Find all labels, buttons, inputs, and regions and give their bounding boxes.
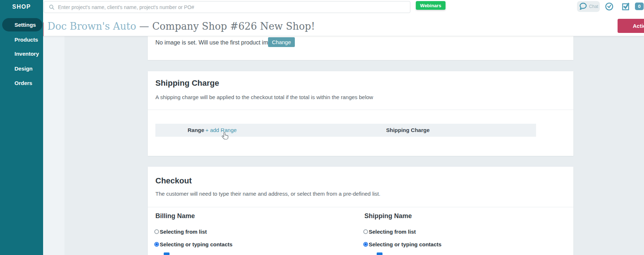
billing-radio-selecting-from-list[interactable]: Selecting from list: [154, 229, 207, 234]
radio-label: Selecting from list: [160, 229, 207, 235]
sidebar: SHOP Settings Products Inventory Design …: [0, 0, 43, 255]
radio-label: Selecting or typing contacts: [369, 241, 442, 247]
shipping-charge-subtitle: A shipping charge will be applied to the…: [155, 94, 373, 100]
shipping-charge-title: Shipping Charge: [155, 78, 219, 88]
radio-label: Selecting or typing contacts: [160, 241, 233, 247]
scrollbar-track: [43, 36, 64, 255]
notifications-badge[interactable]: 0: [635, 3, 644, 10]
divider: [148, 207, 573, 207]
shipping-radio-selecting-from-list[interactable]: Selecting from list: [363, 229, 416, 234]
radio-unchecked-icon: [363, 229, 368, 234]
billing-name-heading: Billing Name: [155, 212, 195, 220]
app-window: SHOP Settings Products Inventory Design …: [0, 0, 644, 255]
page-title-rest: — Company Shop #626 New Shop!: [139, 21, 315, 32]
checkout-subtitle: The customer will need to type their nam…: [155, 191, 380, 197]
shipping-name-column: Shipping Name Selecting from list Select…: [363, 211, 566, 255]
shipping-radio-selecting-or-typing[interactable]: Selecting or typing contacts: [363, 241, 442, 247]
sidebar-item-design[interactable]: Design: [0, 62, 43, 75]
main-content: No image is set. Will use the first prod…: [43, 36, 644, 255]
checkout-title: Checkout: [155, 176, 192, 186]
billing-partial-checkbox[interactable]: [164, 252, 170, 255]
radio-checked-icon: [363, 242, 368, 247]
radio-unchecked-icon: [154, 229, 159, 234]
sidebar-shop-title: SHOP: [0, 4, 43, 10]
search-input[interactable]: [58, 4, 410, 10]
no-image-text: No image is set. Will use the first prod…: [155, 39, 279, 46]
task-check-icon[interactable]: [622, 2, 630, 11]
page-title: Doc Brown's Auto — Company Shop #626 New…: [47, 21, 315, 32]
mouse-cursor: [221, 132, 230, 141]
sidebar-item-orders[interactable]: Orders: [0, 76, 43, 90]
clock-icon[interactable]: [605, 2, 614, 11]
shipping-charge-column-header: Shipping Charge: [386, 127, 430, 133]
page-header: Doc Brown's Auto — Company Shop #626 New…: [43, 16, 644, 36]
search-box: [44, 1, 410, 13]
scroll-indicator-sliver: [43, 22, 44, 36]
billing-radio-selecting-or-typing[interactable]: Selecting or typing contacts: [154, 241, 233, 247]
billing-name-column: Billing Name Selecting from list Selecti…: [154, 211, 357, 255]
checkout-card: Checkout The customer will need to type …: [148, 167, 573, 255]
shipping-charge-card: Shipping Charge A shipping charge will b…: [148, 71, 573, 156]
divider: [148, 110, 573, 110]
webinars-button[interactable]: Webinars: [416, 1, 446, 10]
change-image-button[interactable]: Change: [268, 37, 295, 47]
range-column-header: Range: [188, 127, 204, 133]
shipping-name-heading: Shipping Name: [364, 212, 412, 220]
sidebar-item-settings[interactable]: Settings: [2, 18, 42, 31]
sidebar-item-products[interactable]: Products: [0, 33, 43, 46]
topbar: Webinars Chat 0: [43, 0, 644, 16]
radio-checked-icon: [154, 242, 159, 247]
chat-button[interactable]: Chat: [577, 1, 600, 12]
radio-label: Selecting from list: [369, 229, 416, 235]
search-icon: [49, 4, 55, 10]
ranges-table-header: Range + add Range Shipping Charge: [155, 124, 536, 137]
shipping-partial-checkbox[interactable]: [377, 252, 382, 255]
actions-button[interactable]: Actio: [618, 19, 644, 33]
shop-image-card: No image is set. Will use the first prod…: [148, 36, 573, 60]
chat-bubble-icon: [578, 2, 588, 11]
shop-name-link[interactable]: Doc Brown's Auto: [47, 21, 136, 32]
sidebar-item-inventory[interactable]: Inventory: [0, 47, 43, 60]
chat-label: Chat: [589, 4, 598, 9]
